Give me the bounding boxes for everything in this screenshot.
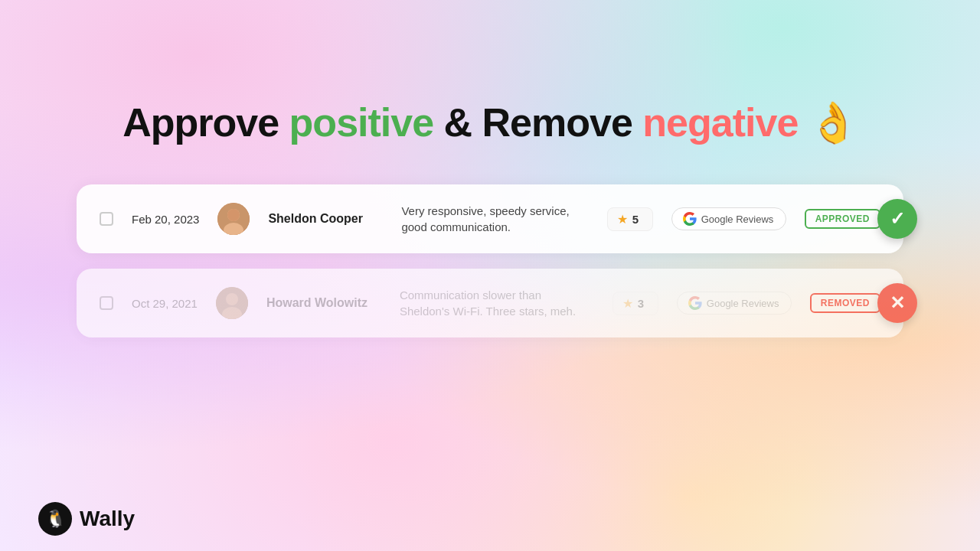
- logo-emoji: 🐧: [45, 509, 66, 529]
- google-icon-2: [688, 296, 702, 310]
- headline-middle: & Remove: [433, 100, 642, 145]
- remove-button-2[interactable]: ✕: [877, 283, 917, 323]
- avatar-1: [217, 203, 250, 235]
- review-row-2: Oct 29, 2021 Howard Wolowitz Communicati…: [77, 269, 903, 337]
- svg-point-5: [226, 293, 238, 305]
- review-checkbox-1[interactable]: [100, 212, 113, 226]
- star-icon-2: ★: [622, 296, 633, 311]
- source-text-1: Google Reviews: [701, 214, 774, 225]
- headline-prefix: Approve: [122, 100, 289, 145]
- reviewer-name-1: Sheldon Cooper: [268, 212, 383, 226]
- main-content: Approve positive & Remove negative 👌 Feb…: [0, 0, 980, 337]
- headline-emoji: 👌: [808, 100, 858, 145]
- footer: 🐧 Wally: [38, 502, 135, 536]
- review-date-1: Feb 20, 2023: [132, 211, 199, 227]
- headline: Approve positive & Remove negative 👌: [122, 99, 858, 146]
- svg-point-3: [227, 209, 240, 221]
- source-badge-2: Google Reviews: [677, 292, 792, 315]
- status-badge-2: REMOVED: [810, 293, 880, 313]
- approve-button-1[interactable]: ✓: [877, 199, 917, 239]
- review-text-2: Communication slower than Sheldon's Wi-F…: [400, 287, 594, 319]
- source-badge-1: Google Reviews: [671, 207, 786, 230]
- rating-num-1: 5: [632, 213, 639, 226]
- reviews-list: Feb 20, 2023 Sheldon Cooper Very respons…: [77, 184, 903, 337]
- review-row-1: Feb 20, 2023 Sheldon Cooper Very respons…: [77, 184, 903, 253]
- rating-2: ★ 3: [612, 292, 658, 315]
- status-badge-1: APPROVED: [805, 209, 880, 229]
- google-icon-1: [683, 212, 697, 226]
- review-checkbox-2[interactable]: [100, 296, 113, 310]
- star-icon-1: ★: [617, 212, 628, 227]
- rating-num-2: 3: [638, 297, 644, 310]
- brand-name: Wally: [80, 507, 135, 531]
- source-text-2: Google Reviews: [707, 298, 779, 309]
- review-date-2: Oct 29, 2021: [132, 295, 198, 311]
- rating-1: ★ 5: [607, 207, 653, 231]
- review-text-1: Very responsive, speedy service, good co…: [401, 203, 588, 235]
- negative-word: negative: [642, 100, 798, 145]
- reviewer-name-2: Howard Wolowitz: [266, 296, 381, 310]
- brand-logo: 🐧: [38, 502, 72, 536]
- positive-word: positive: [289, 100, 434, 145]
- avatar-2: [216, 287, 248, 319]
